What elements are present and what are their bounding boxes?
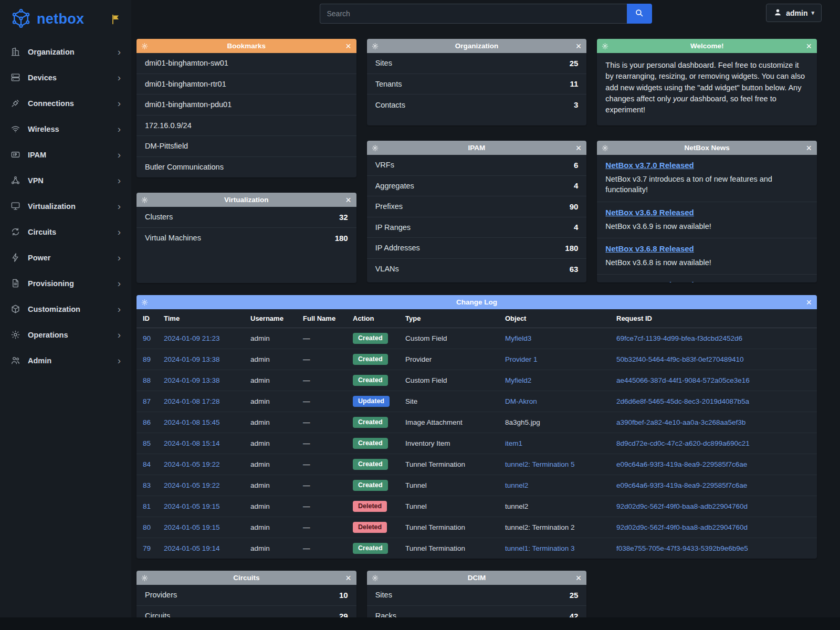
change-time-link[interactable]: 2024-01-05 19:15 bbox=[164, 502, 220, 510]
change-time-link[interactable]: 2024-01-08 15:14 bbox=[164, 439, 220, 447]
change-id-link[interactable]: 87 bbox=[143, 397, 151, 405]
news-link[interactable]: NetBox v3.6.7 Released bbox=[605, 280, 694, 282]
stat-value[interactable]: 180 bbox=[565, 244, 578, 253]
request-id-link[interactable]: 2d6d6e8f-5465-45dc-8ec3-2019d4087b5a bbox=[616, 397, 749, 405]
sidebar-item-operations[interactable]: Operations› bbox=[0, 322, 131, 348]
user-menu-button[interactable]: admin ▾ bbox=[766, 4, 822, 22]
change-id-link[interactable]: 89 bbox=[143, 355, 151, 363]
bookmark-item[interactable]: dmi01-binghamton-rtr01 bbox=[136, 74, 356, 95]
sidebar-item-admin[interactable]: Admin› bbox=[0, 348, 131, 373]
gear-icon[interactable] bbox=[141, 299, 148, 306]
gear-icon[interactable] bbox=[372, 574, 379, 581]
gear-icon[interactable] bbox=[602, 144, 608, 151]
stat-value[interactable]: 10 bbox=[339, 591, 348, 600]
change-id-link[interactable]: 90 bbox=[143, 334, 151, 342]
stat-value[interactable]: 180 bbox=[335, 234, 348, 243]
request-id-link[interactable]: f038e755-705e-47f3-9433-5392b9e6b9e5 bbox=[616, 544, 748, 552]
change-id-link[interactable]: 85 bbox=[143, 439, 151, 447]
bookmark-item[interactable]: dmi01-binghamton-sw01 bbox=[136, 53, 356, 74]
bookmark-item[interactable]: 172.16.0.9/24 bbox=[136, 116, 356, 136]
close-icon[interactable]: × bbox=[576, 573, 582, 583]
change-id-link[interactable]: 86 bbox=[143, 418, 151, 426]
column-header-username[interactable]: Username bbox=[244, 309, 297, 328]
request-id-link[interactable]: 92d02d9c-562f-49f0-baa8-adb22904760d bbox=[616, 523, 748, 531]
close-icon[interactable]: × bbox=[345, 573, 351, 583]
change-time-link[interactable]: 2024-01-05 19:22 bbox=[164, 481, 220, 489]
stat-value[interactable]: 90 bbox=[570, 202, 579, 211]
gear-icon[interactable] bbox=[141, 43, 148, 49]
stat-value[interactable]: 4 bbox=[574, 181, 578, 190]
gear-icon[interactable] bbox=[602, 43, 608, 49]
request-id-link[interactable]: e09c64a6-93f3-419a-8ea9-229585f7c6ae bbox=[616, 481, 747, 489]
stat-value[interactable]: 63 bbox=[570, 265, 579, 274]
stat-value[interactable]: 25 bbox=[570, 59, 579, 68]
bookmark-item[interactable]: Butler Communications bbox=[136, 157, 356, 178]
change-id-link[interactable]: 81 bbox=[143, 502, 151, 510]
news-link[interactable]: NetBox v3.7.0 Released bbox=[605, 161, 694, 170]
bookmark-item[interactable]: dmi01-binghamton-pdu01 bbox=[136, 94, 356, 116]
change-id-link[interactable]: 83 bbox=[143, 481, 151, 489]
change-time-link[interactable]: 2024-01-05 19:15 bbox=[164, 523, 220, 531]
sidebar-item-ipam[interactable]: IPAM› bbox=[0, 142, 131, 167]
gear-icon[interactable] bbox=[372, 144, 379, 151]
news-link[interactable]: NetBox v3.6.8 Released bbox=[605, 244, 694, 253]
stat-value[interactable]: 29 bbox=[339, 612, 348, 617]
request-id-link[interactable]: e09c64a6-93f3-419a-8ea9-229585f7c6ae bbox=[616, 460, 747, 468]
change-time-link[interactable]: 2024-01-05 19:14 bbox=[164, 544, 220, 552]
stat-value[interactable]: 6 bbox=[574, 161, 578, 170]
change-time-link[interactable]: 2024-01-05 19:22 bbox=[164, 460, 220, 468]
sidebar-item-devices[interactable]: Devices› bbox=[0, 65, 131, 90]
stat-value[interactable]: 32 bbox=[339, 213, 348, 222]
sidebar-item-circuits[interactable]: Circuits› bbox=[0, 219, 131, 245]
gear-icon[interactable] bbox=[141, 574, 148, 581]
column-header-time[interactable]: Time bbox=[158, 309, 244, 328]
news-link[interactable]: NetBox v3.6.9 Released bbox=[605, 208, 694, 217]
stat-value[interactable]: 11 bbox=[570, 79, 578, 88]
sidebar-item-virtualization[interactable]: Virtualization› bbox=[0, 193, 131, 219]
search-button[interactable] bbox=[627, 4, 652, 24]
close-icon[interactable]: × bbox=[576, 41, 582, 51]
column-header-full-name[interactable]: Full Name bbox=[297, 309, 346, 328]
object-link[interactable]: tunnel2 bbox=[505, 481, 528, 489]
request-id-link[interactable]: 8d9cd72e-cd0c-47c2-a620-dc899a690c21 bbox=[616, 439, 750, 447]
stat-value[interactable]: 4 bbox=[574, 223, 578, 232]
object-link[interactable]: Provider 1 bbox=[505, 355, 538, 363]
object-link[interactable]: tunnel2: Termination 5 bbox=[505, 460, 575, 468]
request-id-link[interactable]: a390fbef-2a82-4e10-aa0a-3c268aa5ef3b bbox=[616, 418, 746, 426]
object-link[interactable]: DM-Akron bbox=[505, 397, 537, 405]
change-id-link[interactable]: 84 bbox=[143, 460, 151, 468]
request-id-link[interactable]: 69fce7cf-1139-4d99-bfea-f3dcbd2452d6 bbox=[616, 334, 742, 342]
stat-value[interactable]: 25 bbox=[570, 591, 579, 600]
stat-value[interactable]: 42 bbox=[570, 612, 579, 617]
change-id-link[interactable]: 80 bbox=[143, 523, 151, 531]
gear-icon[interactable] bbox=[372, 43, 379, 49]
sidebar-item-power[interactable]: Power› bbox=[0, 245, 131, 270]
netbox-logo[interactable]: netbox bbox=[0, 0, 131, 39]
close-icon[interactable]: × bbox=[806, 298, 812, 307]
change-time-link[interactable]: 2024-01-09 21:23 bbox=[164, 334, 220, 342]
change-time-link[interactable]: 2024-01-09 13:38 bbox=[164, 376, 220, 384]
close-icon[interactable]: × bbox=[576, 143, 582, 153]
sidebar-item-organization[interactable]: Organization› bbox=[0, 39, 131, 65]
gear-icon[interactable] bbox=[141, 196, 148, 203]
column-header-action[interactable]: Action bbox=[346, 309, 399, 328]
request-id-link[interactable]: 50b32f40-5464-4f9c-b83f-0ef270489410 bbox=[616, 355, 743, 363]
request-id-link[interactable]: ae445066-387d-44f1-9084-572a05ce3e16 bbox=[616, 376, 750, 384]
change-id-link[interactable]: 88 bbox=[143, 376, 151, 384]
sidebar-item-provisioning[interactable]: Provisioning› bbox=[0, 270, 131, 296]
search-input[interactable] bbox=[320, 4, 627, 24]
change-time-link[interactable]: 2024-01-08 15:45 bbox=[164, 418, 220, 426]
column-header-type[interactable]: Type bbox=[399, 309, 499, 328]
sidebar-item-vpn[interactable]: VPN› bbox=[0, 167, 131, 193]
stat-value[interactable]: 3 bbox=[574, 100, 578, 109]
column-header-id[interactable]: ID bbox=[136, 309, 158, 328]
object-link[interactable]: Myfield2 bbox=[505, 376, 531, 384]
column-header-object[interactable]: Object bbox=[499, 309, 610, 328]
request-id-link[interactable]: 92d02d9c-562f-49f0-baa8-adb22904760d bbox=[616, 502, 748, 510]
object-link[interactable]: Myfield3 bbox=[505, 334, 531, 342]
sidebar-item-wireless[interactable]: Wireless› bbox=[0, 116, 131, 142]
sidebar-item-connections[interactable]: Connections› bbox=[0, 90, 131, 116]
change-time-link[interactable]: 2024-01-09 13:38 bbox=[164, 355, 220, 363]
sidebar-item-customization[interactable]: Customization› bbox=[0, 296, 131, 322]
change-id-link[interactable]: 79 bbox=[143, 544, 151, 552]
